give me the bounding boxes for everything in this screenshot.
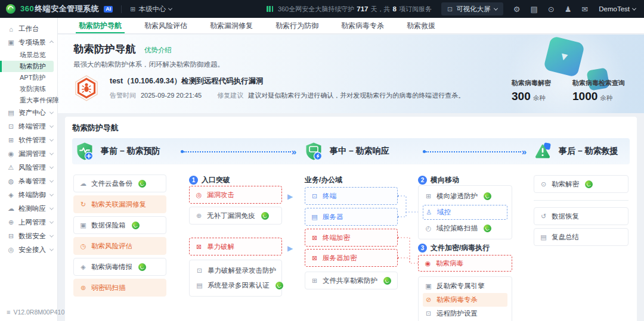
sidebar-item-vuln-mgmt[interactable]: ◉漏洞管理 <box>0 147 57 161</box>
sidebar-item-detection-response[interactable]: ☁检测响应 <box>0 202 57 216</box>
chevron-down-icon <box>49 110 54 114</box>
column-divider <box>534 200 628 201</box>
card-file-share-protect[interactable]: ⊞文件共享勒索防护 <box>305 272 398 289</box>
notice-icon[interactable]: ⊙ <box>548 5 555 13</box>
stats-group: 勒索病毒解密 300余种 勒索病毒检索查询 1000余种 <box>512 79 625 103</box>
card-brute-login-protect[interactable]: ⊡暴力破解登录攻击防护 <box>194 263 277 278</box>
flow-columns: ☁文件云盘备份 ↻勒索关联漏洞修复 ▣数据保险箱 ◷勒索风险评估 ◈勒索病毒情报… <box>72 170 630 321</box>
big-screen-button[interactable]: ⊡ 可视化大屏 <box>441 2 503 15</box>
card-terminal[interactable]: ⊡终端 <box>305 187 398 205</box>
card-ransom-virus-kill[interactable]: ⊘勒索病毒专杀 <box>423 293 507 307</box>
chevron-down-icon <box>494 6 498 10</box>
brain-pulse-icon <box>267 6 273 12</box>
enabled-badge-icon <box>138 263 146 271</box>
guard-suffix: 项订阅服务 <box>399 5 432 13</box>
sidebar-item-attack-defense-drill[interactable]: 攻防演练 <box>0 83 54 95</box>
menu-icon[interactable]: ≡ <box>7 308 10 316</box>
card-ransom-decrypt[interactable]: ⊙勒索解密 <box>534 175 628 193</box>
tab-ransom-nav[interactable]: 勒索防护导航 <box>67 18 133 33</box>
stage-post: 事后 – 勒索救援 <box>532 141 618 161</box>
sidebar-item-scenario-overview[interactable]: 场景总览 <box>0 49 54 61</box>
unlock-icon: ⊙ <box>540 180 547 188</box>
sidebar-item-data-security[interactable]: ⊟数据安全 <box>0 229 57 243</box>
hero-banner: 勒索防护导航 优势介绍 最强大的勒索防护体系，闭环解决勒索防御难题。 test（… <box>58 35 644 113</box>
card-terminal-encrypted[interactable]: ⊠终端加密 <box>305 229 398 247</box>
sidebar-item-terminal-mgmt[interactable]: ⊡终端管理 <box>0 120 57 133</box>
software-icon: ⊞ <box>7 136 15 144</box>
card-ransom-virus[interactable]: ◉勒索病毒 <box>418 255 512 272</box>
card-data-safe-box[interactable]: ▣数据保险箱 <box>73 216 166 234</box>
alert-advice-label: 修复建议 <box>217 92 243 99</box>
sidebar-item-terminal-defense[interactable]: ◈终端防御 <box>0 188 57 202</box>
account-menu[interactable]: DemoTest <box>599 5 636 13</box>
lock-icon: ⊠ <box>311 254 318 262</box>
card-domain-controller[interactable]: ♙域控 <box>423 205 507 220</box>
chevron-down-icon <box>49 233 54 238</box>
group-login-protection: ⊡暴力破解登录攻击防护 ▤系统登录多因素认证 <box>189 260 282 297</box>
sidebar-item-special-scenarios[interactable]: ▣专项场景 <box>0 36 57 49</box>
card-file-cloud-backup[interactable]: ☁文件云盘备份 <box>73 174 166 192</box>
sidebar-item-apt-protection[interactable]: APT防护 <box>0 72 54 83</box>
enabled-badge-icon <box>275 282 283 289</box>
sidebar-item-ransomware-protection[interactable]: 勒索防护 <box>0 61 54 72</box>
chevron-down-icon <box>632 6 636 10</box>
card-data-recovery[interactable]: ↺数据恢复 <box>534 207 628 225</box>
guard-prefix: 360全网安全大脑持续守护 <box>278 5 354 13</box>
sidebar-item-antivirus-mgmt[interactable]: ◍杀毒管理 <box>0 174 57 188</box>
settings-icon[interactable]: ⚙ <box>513 5 521 13</box>
tab-vuln-fix[interactable]: 勒索漏洞修复 <box>199 18 264 33</box>
mail-icon[interactable]: ✉ <box>581 5 588 13</box>
chevron-up-icon <box>49 40 54 45</box>
globe-icon: ⊕ <box>7 219 15 226</box>
user-icon[interactable]: ♟ <box>565 5 572 13</box>
advantage-intro-link[interactable]: 优势介绍 <box>144 46 172 55</box>
tab-behavior-defense[interactable]: 勒索行为防御 <box>264 18 330 33</box>
auth-icon: ▤ <box>196 282 203 289</box>
card-lateral-penetration-protect[interactable]: ⊞横向渗透防护 <box>423 189 507 204</box>
alert-row[interactable]: test（10.106.49.34）检测到远程代码执行漏洞 告警时间2025-0… <box>72 74 465 102</box>
enabled-badge-icon <box>484 192 491 200</box>
center-selector[interactable]: ⊞ 本级中心 <box>130 5 172 14</box>
sidebar-item-software-mgmt[interactable]: ⊞软件管理 <box>0 133 57 147</box>
card-domain-policy-scan[interactable]: ◴域控策略扫描 <box>423 221 507 236</box>
alert-advice-value: 建议对疑似勒索行为进行确认，并对发现勒索行为的病毒的终端进行查杀。 <box>248 92 465 99</box>
chevron-down-icon <box>49 192 54 197</box>
page-subtitle: 最强大的勒索防护体系，闭环解决勒索防御难题。 <box>73 60 224 69</box>
card-server-encrypted[interactable]: ⊠服务器加密 <box>305 249 398 267</box>
sidebar-item-internet-mgmt[interactable]: ⊕上网管理 <box>0 216 57 229</box>
guard-status: 360全网安全大脑持续守护 717 天，共 8 项订阅服务 <box>278 5 432 14</box>
card-brute-force[interactable]: ⊠暴力破解 <box>189 238 282 255</box>
card-vuln-attack[interactable]: ◎漏洞攻击 <box>189 186 282 204</box>
sidebar-item-secure-access[interactable]: ◎安全接入 <box>0 243 57 257</box>
card-patchless-immunity[interactable]: ⊕无补丁漏洞免疫 <box>189 207 282 225</box>
sidebar: ⌂工作台 ▣专项场景 场景总览 勒索防护 APT防护 攻防演练 重大事件保障 ▤… <box>0 18 58 321</box>
card-ransom-risk-assess[interactable]: ◷勒索风险评估 <box>73 237 166 255</box>
card-review-summary[interactable]: ▤复盘总结 <box>534 228 628 246</box>
group-lateral: ⊞横向渗透防护 ♙域控 ◴域控策略扫描 <box>418 185 512 239</box>
card-remote-protect-settings[interactable]: ⊡远程防护设置 <box>423 307 507 320</box>
tab-virus-kill[interactable]: 勒索病毒专杀 <box>330 18 395 33</box>
sidebar-item-risk-mgmt[interactable]: ⚠风险管理 <box>0 161 57 174</box>
divider <box>121 5 122 13</box>
card-server[interactable]: ▤服务器 <box>305 208 398 226</box>
tab-rescue[interactable]: 勒索救援 <box>395 18 447 33</box>
chevron-down-icon <box>49 165 54 169</box>
sidebar-item-major-event-support[interactable]: 重大事件保障 <box>0 95 54 106</box>
sidebar-item-asset-center[interactable]: ▤资产中心 <box>0 106 57 120</box>
safe-box-icon: ▣ <box>79 222 87 229</box>
card-anti-ransom-engine[interactable]: ▣反勒索专属引擎 <box>423 279 507 293</box>
chevron-down-icon <box>168 6 172 10</box>
guard-count: 8 <box>393 5 397 13</box>
card-ransom-intel[interactable]: ◈勒索病毒情报 <box>73 258 166 276</box>
document-icon[interactable]: ▤ <box>530 5 537 13</box>
enabled-badge-icon <box>585 180 593 188</box>
card-mfa-login[interactable]: ▤系统登录多因素认证 <box>194 278 277 293</box>
sidebar-item-workbench[interactable]: ⌂工作台 <box>0 22 57 36</box>
card-weak-password-scan[interactable]: ⊛弱密码扫描 <box>73 279 166 297</box>
tab-risk-assess[interactable]: 勒索风险评估 <box>133 18 199 33</box>
stage-strip: 事前 – 勒索预防 » 事中 – 勒索响应 » <box>72 138 630 164</box>
chevron-down-icon <box>49 206 54 210</box>
section-title: 勒索防护导航 <box>72 123 630 133</box>
enabled-badge-icon <box>138 180 146 188</box>
card-ransom-vuln-fix[interactable]: ↻勒索关联漏洞修复 <box>73 195 166 213</box>
